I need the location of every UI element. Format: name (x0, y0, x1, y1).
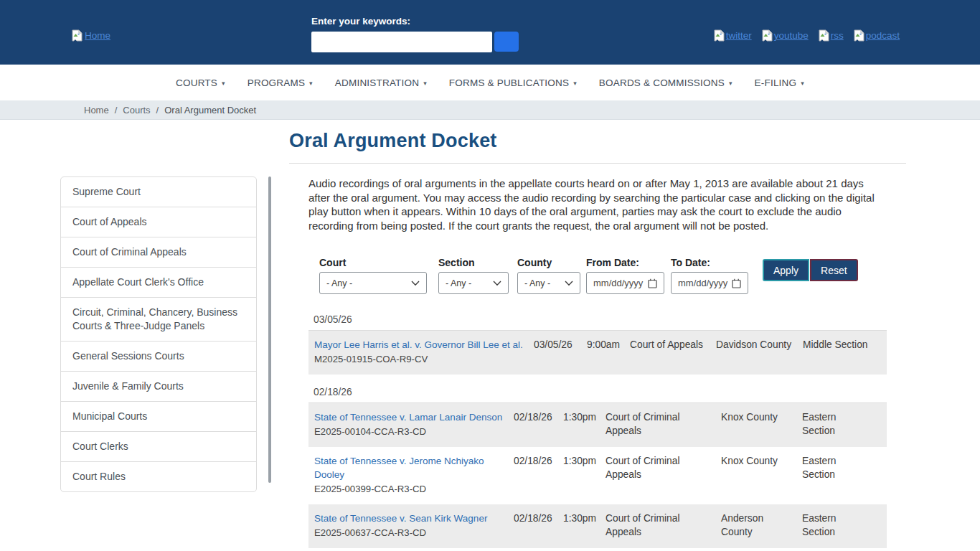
case-number: E2025-00637-CCA-R3-CD (314, 526, 509, 540)
from-date-label: From Date: (586, 257, 671, 268)
breadcrumb-link-courts[interactable]: Courts (123, 105, 150, 116)
broken-image-icon (854, 29, 864, 42)
social-links: twitter youtube rss podcast (714, 29, 900, 42)
case-link[interactable]: State of Tennessee v. Sean Kirk Wagner (314, 512, 487, 525)
sidebar-item-circuit-criminal-chancery[interactable]: Circuit, Criminal, Chancery, Business Co… (61, 298, 256, 342)
case-number: E2025-00104-CCA-R3-CD (314, 425, 509, 438)
chevron-down-icon: ▾ (801, 80, 804, 87)
nav-item-courts[interactable]: COURTS▾ (176, 77, 225, 88)
court-name: Court of Criminal Appeals (606, 512, 721, 540)
social-link-rss[interactable]: rss (819, 29, 844, 42)
chevron-down-icon (411, 281, 420, 286)
search-input[interactable] (311, 32, 492, 52)
hearing-date: 02/18/26 (514, 454, 563, 496)
case-link[interactable]: Mayor Lee Harris et al. v. Governor Bill… (314, 338, 523, 352)
sidebar-item-juvenile-family-courts[interactable]: Juvenile & Family Courts (61, 372, 256, 402)
social-link-podcast[interactable]: podcast (854, 29, 900, 42)
hearing-time: 1:30pm (563, 512, 606, 540)
county-select[interactable]: - Any - (517, 272, 580, 294)
court-filter: Court - Any - (319, 257, 438, 294)
to-date-label: To Date: (671, 257, 755, 268)
section-name: Middle Section (803, 338, 881, 366)
county-filter-label: County (517, 257, 586, 268)
docket-row: State of Tennessee v. Sean Kirk Wagner E… (308, 504, 887, 548)
docket-group-date: 03/05/26 (308, 314, 887, 331)
court-name: Court of Criminal Appeals (606, 454, 721, 496)
social-link-label: youtube (774, 30, 809, 41)
chevron-down-icon: ▾ (729, 80, 732, 87)
section-name: Eastern Section (802, 410, 859, 438)
apply-button[interactable]: Apply (763, 259, 809, 281)
from-date-input[interactable]: mm/dd/yyyy (586, 272, 664, 294)
sidebar-item-supreme-court[interactable]: Supreme Court (61, 177, 256, 207)
chevron-down-icon: ▾ (222, 80, 225, 87)
search-area: Enter your keywords: (311, 16, 519, 52)
county-filter: County - Any - (517, 257, 586, 294)
sidebar-item-court-of-criminal-appeals[interactable]: Court of Criminal Appeals (61, 237, 256, 268)
page-title: Oral Argument Docket (289, 130, 906, 152)
docket-row: Mayor Lee Harris et al. v. Governor Bill… (308, 331, 887, 375)
social-link-twitter[interactable]: twitter (714, 29, 752, 42)
nav-item-e-filing[interactable]: E-FILING▾ (755, 77, 804, 88)
sidebar-item-court-of-appeals[interactable]: Court of Appeals (61, 207, 256, 237)
sidebar-item-appellate-court-clerks-office[interactable]: Appellate Court Clerk's Office (61, 268, 256, 298)
court-name: Court of Criminal Appeals (606, 410, 721, 438)
case-link[interactable]: State of Tennessee v. Lamar Lanair Denso… (314, 410, 502, 424)
chevron-down-icon: ▾ (573, 80, 577, 87)
section-select[interactable]: - Any - (438, 272, 509, 294)
sidebar-item-court-rules[interactable]: Court Rules (61, 462, 256, 491)
docket-row: State of Tennessee v. Lamar Lanair Denso… (308, 403, 887, 447)
case-number: E2025-00399-CCA-R3-CD (314, 482, 509, 496)
case-number: M2025-01915-COA-R9-CV (314, 352, 529, 366)
court-filter-label: Court (319, 257, 438, 268)
nav-item-administration[interactable]: ADMINISTRATION▾ (335, 77, 427, 88)
docket-row: State of Tennessee v. Jerome Nchiyako Do… (308, 447, 887, 504)
breadcrumb-separator: / (115, 105, 118, 116)
county-name: Knox County (721, 454, 802, 496)
hearing-date: 02/18/26 (514, 410, 563, 438)
social-link-label: twitter (726, 30, 752, 41)
search-button[interactable] (494, 32, 519, 52)
sidebar-item-court-clerks[interactable]: Court Clerks (61, 432, 256, 462)
hearing-date: 02/18/26 (514, 512, 563, 540)
home-link-label: Home (85, 30, 110, 41)
docket-group: 03/05/26 Mayor Lee Harris et al. v. Gove… (308, 314, 887, 375)
reset-button[interactable]: Reset (810, 259, 858, 281)
content-area: Supreme Court Court of Appeals Court of … (0, 120, 980, 551)
calendar-icon (648, 278, 657, 288)
breadcrumb-current: Oral Argument Docket (164, 105, 256, 116)
social-link-label: podcast (866, 30, 900, 41)
nav-item-forms-publications[interactable]: FORMS & PUBLICATIONS▾ (449, 77, 577, 88)
sidebar-item-municipal-courts[interactable]: Municipal Courts (61, 402, 256, 432)
county-name: Davidson County (716, 338, 803, 366)
docket-group-date: 02/18/26 (308, 387, 887, 403)
to-date-input[interactable]: mm/dd/yyyy (671, 272, 748, 294)
broken-image-icon (819, 29, 829, 42)
county-name: Anderson County (721, 512, 802, 540)
social-link-youtube[interactable]: youtube (762, 29, 809, 42)
sidebar-item-general-sessions-courts[interactable]: General Sessions Courts (61, 342, 256, 372)
home-link[interactable]: Home (72, 29, 110, 42)
breadcrumb: Home / Courts / Oral Argument Docket (0, 100, 980, 120)
main-content: Oral Argument Docket Audio recordings of… (289, 130, 906, 551)
hearing-time: 9:00am (587, 338, 630, 366)
court-name: Court of Appeals (630, 338, 716, 366)
from-date-filter: From Date: mm/dd/yyyy (586, 257, 671, 294)
main-nav: COURTS▾ PROGRAMS▾ ADMINISTRATION▾ FORMS … (0, 65, 980, 100)
breadcrumb-separator: / (156, 105, 159, 116)
nav-item-boards-commissions[interactable]: BOARDS & COMMISSIONS▾ (599, 77, 732, 88)
calendar-icon (732, 278, 741, 288)
page: Home Enter your keywords: twitter youtub… (0, 0, 980, 551)
docket-list: 03/05/26 Mayor Lee Harris et al. v. Gove… (308, 314, 887, 551)
case-link[interactable]: State of Tennessee v. Jerome Nchiyako Do… (314, 454, 509, 481)
chevron-down-icon (493, 281, 501, 286)
site-header: Home Enter your keywords: twitter youtub… (0, 0, 980, 65)
docket-row: State of Tennessee v. Demetruice Bennett… (308, 548, 887, 551)
intro-text: Audio recordings of oral arguments in th… (308, 176, 875, 232)
section-filter-label: Section (438, 257, 517, 268)
breadcrumb-link-home[interactable]: Home (84, 105, 109, 116)
hearing-time: 1:30pm (563, 410, 606, 438)
court-select[interactable]: - Any - (319, 272, 427, 294)
sidebar-scrollbar[interactable] (268, 176, 271, 483)
nav-item-programs[interactable]: PROGRAMS▾ (248, 77, 313, 88)
